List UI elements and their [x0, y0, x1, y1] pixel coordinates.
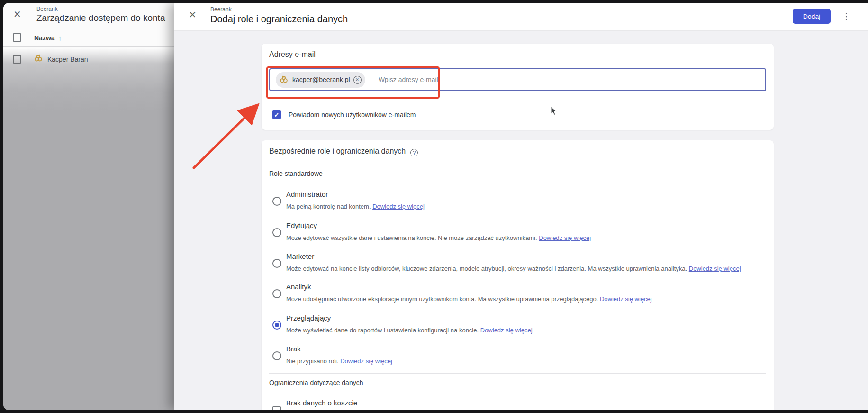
- standard-roles-label: Role standardowe: [269, 170, 323, 177]
- radio-button[interactable]: [272, 259, 281, 268]
- sort-ascending-icon[interactable]: ↑: [58, 34, 62, 42]
- role-option-marketer[interactable]: Marketer Może edytować na koncie listy o…: [272, 252, 767, 276]
- close-icon[interactable]: ✕: [189, 10, 197, 19]
- role-description-text: Nie przypisano roli.: [286, 358, 339, 365]
- email-address-field[interactable]: kacper@beerank.pl ✕: [269, 68, 766, 91]
- role-title: Brak: [286, 345, 301, 353]
- role-option-edytujacy[interactable]: Edytujący Może edytować wszystkie dane i…: [272, 221, 767, 245]
- learn-more-link[interactable]: Dowiedz się więcej: [340, 358, 392, 365]
- dialog-title: Dodaj role i ograniczenia danych: [210, 14, 348, 25]
- notify-users-row[interactable]: ✓ Powiadom nowych użytkowników e-mailem: [272, 110, 416, 119]
- email-chip[interactable]: kacper@beerank.pl ✕: [276, 72, 365, 88]
- data-restrictions-label: Ograniczenia dotyczące danych: [269, 379, 363, 386]
- role-description: Ma pełną kontrolę nad kontem. Dowiedz si…: [286, 203, 425, 210]
- role-description-text: Może wyświetlać dane do raportów i ustaw…: [286, 327, 479, 334]
- role-title: Marketer: [286, 252, 314, 260]
- role-description: Może edytować na koncie listy odbiorców,…: [286, 265, 741, 272]
- role-description: Może wyświetlać dane do raportów i ustaw…: [286, 327, 533, 334]
- learn-more-link[interactable]: Dowiedz się więcej: [600, 295, 652, 303]
- email-input[interactable]: [378, 75, 765, 84]
- restriction-checkbox[interactable]: [272, 406, 281, 410]
- annotation-arrow: [183, 95, 269, 178]
- radio-button[interactable]: [272, 197, 281, 206]
- learn-more-link[interactable]: Dowiedz się więcej: [372, 203, 425, 210]
- account-label: Beerank: [36, 6, 58, 12]
- radio-button[interactable]: [272, 289, 281, 298]
- role-option-przegladajacy[interactable]: Przeglądający Może wyświetlać dane do ra…: [272, 314, 767, 338]
- learn-more-link[interactable]: Dowiedz się więcej: [689, 265, 741, 272]
- more-options-icon[interactable]: ⋮: [842, 11, 851, 22]
- role-description-text: Może edytować na koncie listy odbiorców,…: [286, 265, 687, 272]
- role-description: Może udostępniać utworzone eksploracje i…: [286, 295, 652, 303]
- account-access-panel: ✕ Beerank Zarządzanie dostępem do konta …: [3, 3, 174, 410]
- beerank-logo-icon: [33, 53, 44, 64]
- account-label: Beerank: [210, 6, 232, 13]
- chip-remove-icon[interactable]: ✕: [353, 76, 362, 84]
- role-title: Analityk: [286, 283, 311, 291]
- roles-heading-text: Bezpośrednie role i ograniczenia danych: [269, 147, 406, 155]
- select-all-checkbox[interactable]: [13, 33, 21, 42]
- role-option-brak[interactable]: Brak Nie przypisano roli. Dowiedz się wi…: [272, 345, 767, 368]
- role-title: Administrator: [286, 190, 328, 198]
- role-option-administrator[interactable]: Administrator Ma pełną kontrolę nad kont…: [272, 190, 767, 214]
- help-icon[interactable]: ?: [410, 149, 418, 156]
- add-button[interactable]: Dodaj: [793, 9, 831, 24]
- role-option-analityk[interactable]: Analityk Może udostępniać utworzone eksp…: [272, 283, 767, 306]
- role-title: Edytujący: [286, 221, 317, 229]
- role-description: Nie przypisano roli. Dowiedz się więcej: [286, 358, 392, 365]
- name-column-header[interactable]: Nazwa: [34, 34, 55, 42]
- app-window: ✕ Beerank Zarządzanie dostępem do konta …: [3, 3, 868, 410]
- learn-more-link[interactable]: Dowiedz się więcej: [539, 234, 591, 241]
- roles-card: Bezpośrednie role i ograniczenia danych?…: [262, 140, 774, 410]
- notify-checkbox[interactable]: ✓: [272, 110, 281, 119]
- dialog-header: ✕ Beerank Dodaj role i ograniczenia dany…: [174, 3, 868, 31]
- chip-email-text: kacper@beerank.pl: [292, 76, 350, 83]
- add-roles-dialog: ✕ Beerank Dodaj role i ograniczenia dany…: [174, 3, 868, 410]
- role-description-text: Ma pełną kontrolę nad kontem.: [286, 203, 371, 210]
- roles-card-heading: Bezpośrednie role i ograniczenia danych?: [269, 147, 418, 156]
- radio-button[interactable]: [272, 351, 281, 360]
- user-name: Kacper Baran: [47, 55, 88, 63]
- divider: [269, 373, 766, 374]
- notify-checkbox-label: Powiadom nowych użytkowników e-mailem: [289, 111, 416, 119]
- row-checkbox[interactable]: [13, 55, 21, 64]
- email-card: Adresy e-mail kacper@beerank.pl ✕ ✓: [262, 44, 774, 130]
- role-title: Przeglądający: [286, 314, 331, 322]
- role-description-text: Może udostępniać utworzone eksploracje i…: [286, 295, 598, 303]
- role-description-text: Może edytować wszystkie dane i ustawieni…: [286, 234, 537, 241]
- panel-title: Zarządzanie dostępem do konta: [36, 13, 165, 23]
- learn-more-link[interactable]: Dowiedz się więcej: [480, 327, 533, 334]
- radio-button[interactable]: [272, 228, 281, 237]
- radio-button-selected[interactable]: [272, 321, 281, 330]
- email-card-heading: Adresy e-mail: [269, 50, 316, 59]
- divider: [3, 46, 174, 47]
- beerank-logo-icon: [279, 74, 289, 85]
- role-description: Może edytować wszystkie dane i ustawieni…: [286, 234, 591, 241]
- restriction-title: Brak danych o koszcie: [286, 399, 357, 407]
- close-icon[interactable]: ✕: [13, 9, 21, 19]
